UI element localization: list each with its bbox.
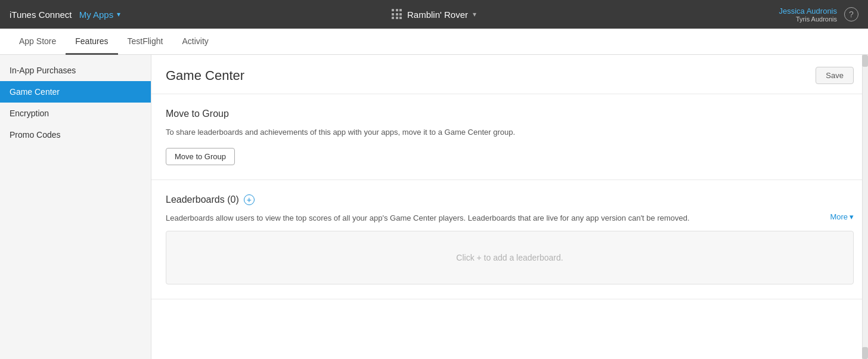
- page-title: Game Center: [166, 68, 244, 83]
- user-info: Jessica Audronis Tyris Audronis: [779, 7, 837, 23]
- tab-features[interactable]: Features: [66, 29, 117, 55]
- leaderboards-description: Leaderboards allow users to view the top…: [166, 212, 820, 224]
- app-chevron-icon[interactable]: ▾: [473, 10, 476, 18]
- sidebar-item-promo-codes[interactable]: Promo Codes: [0, 124, 151, 146]
- leaderboards-header: Leaderboards (0) +: [166, 194, 854, 205]
- scroll-track: [862, 55, 868, 359]
- main-layout: In-App Purchases Game Center Encryption …: [0, 55, 868, 359]
- user-sub: Tyris Audronis: [796, 16, 837, 23]
- itunes-connect-label: iTunes Connect: [10, 10, 72, 20]
- user-name[interactable]: Jessica Audronis: [779, 7, 837, 16]
- help-icon[interactable]: ?: [844, 7, 858, 21]
- sidebar-item-game-center[interactable]: Game Center: [0, 81, 151, 103]
- add-leaderboard-icon[interactable]: +: [244, 194, 255, 205]
- empty-leaderboard-box: Click + to add a leaderboard.: [166, 231, 854, 284]
- scroll-thumb-bottom[interactable]: [862, 347, 868, 359]
- tab-activity[interactable]: Activity: [172, 29, 218, 55]
- top-bar: iTunes Connect My Apps ▾ Ramblin' Rover …: [0, 0, 868, 29]
- app-grid-icon: [392, 9, 402, 20]
- app-name-label: Ramblin' Rover: [407, 10, 468, 20]
- top-bar-right: Jessica Audronis Tyris Audronis ?: [575, 7, 858, 23]
- empty-leaderboard-text: Click + to add a leaderboard.: [456, 253, 563, 262]
- content-area: Game Center Save Move to Group To share …: [151, 55, 868, 359]
- top-bar-center: Ramblin' Rover ▾: [293, 9, 576, 20]
- move-to-group-title: Move to Group: [166, 109, 854, 119]
- top-bar-left: iTunes Connect My Apps ▾: [10, 10, 293, 20]
- move-to-group-button[interactable]: Move to Group: [166, 148, 235, 165]
- leaderboards-section: Leaderboards (0) + Leaderboards allow us…: [151, 180, 868, 300]
- tab-testflight[interactable]: TestFlight: [118, 29, 173, 55]
- tab-app-store[interactable]: App Store: [10, 29, 66, 55]
- more-link[interactable]: More ▾: [830, 212, 854, 221]
- my-apps-label[interactable]: My Apps: [79, 10, 114, 20]
- leaderboards-desc-row: Leaderboards allow users to view the top…: [166, 212, 854, 224]
- sidebar: In-App Purchases Game Center Encryption …: [0, 55, 151, 359]
- leaderboards-title: Leaderboards (0): [166, 194, 239, 205]
- sidebar-item-in-app-purchases[interactable]: In-App Purchases: [0, 60, 151, 81]
- chevron-down-icon[interactable]: ▾: [117, 10, 120, 18]
- save-button[interactable]: Save: [816, 67, 854, 84]
- move-to-group-description: To share leaderboards and achievements o…: [166, 126, 854, 138]
- move-to-group-section: Move to Group To share leaderboards and …: [151, 94, 868, 180]
- scroll-thumb-top[interactable]: [862, 55, 868, 67]
- sidebar-item-encryption[interactable]: Encryption: [0, 103, 151, 124]
- content-header: Game Center Save: [151, 55, 868, 94]
- tab-bar: App Store Features TestFlight Activity: [0, 29, 868, 55]
- more-chevron-icon: ▾: [850, 212, 854, 221]
